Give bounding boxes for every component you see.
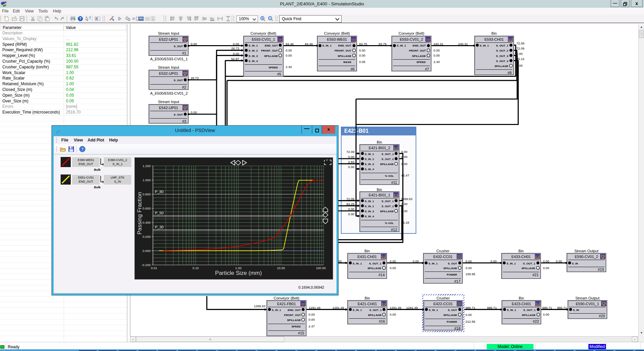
svg-text:0.200: 0.200: [142, 235, 151, 238]
svg-text:0.800: 0.800: [142, 192, 151, 196]
svg-text:100.00: 100.00: [316, 266, 326, 270]
svg-text:1.200: 1.200: [142, 164, 151, 168]
svg-text:P_50: P_50: [155, 211, 164, 215]
svg-text:P_80: P_80: [155, 190, 164, 194]
svg-text:?: ?: [81, 147, 84, 151]
svg-text:P_30: P_30: [155, 225, 164, 229]
svg-text:1.000: 1.000: [142, 178, 151, 182]
svg-text:-0.200: -0.200: [141, 263, 151, 267]
svg-text:0.400: 0.400: [142, 221, 151, 224]
svg-text:0.600: 0.600: [142, 206, 151, 210]
svg-text:0.10: 0.10: [193, 266, 199, 270]
svg-text:0.000: 0.000: [142, 249, 151, 253]
svg-text:Passing Fraction: Passing Fraction: [136, 192, 143, 235]
svg-text:Particle Size (mm): Particle Size (mm): [215, 270, 262, 276]
svg-text:1.00: 1.00: [235, 266, 242, 270]
svg-text:10.00: 10.00: [277, 266, 285, 270]
svg-text:0.01: 0.01: [151, 266, 157, 270]
